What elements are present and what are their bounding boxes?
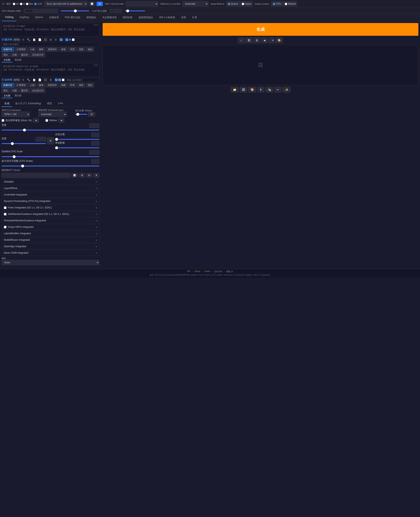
seed-down-btn[interactable]: ▼	[93, 173, 99, 177]
gpu-weights-input[interactable]	[24, 9, 58, 13]
addon-layerdiffuse[interactable]: LayerDiffuse ◄	[2, 185, 99, 191]
neg-tag-person[interactable]: 人物	[28, 83, 36, 88]
tab-wd-tagger[interactable]: WD 1.4 标签器	[156, 14, 178, 21]
sampler-select[interactable]: DPM++ 2M	[2, 112, 30, 117]
sub-tab-txt2img-neg[interactable]: 文生图	[2, 94, 12, 98]
model-select[interactable]: flux1-dev-bnb-nf4-v2.safetensors	[44, 1, 88, 7]
width-input[interactable]: 512	[89, 123, 99, 128]
vae-select[interactable]	[126, 1, 158, 7]
distilled-cfg-input[interactable]: 3.5	[89, 150, 99, 155]
cfg-scale-input[interactable]: 7	[91, 159, 99, 164]
action-paint[interactable]: 🎨	[275, 37, 283, 43]
footer-reload[interactable]: 重载 UI	[226, 270, 233, 273]
neg-tag-expression[interactable]: 表情动作	[46, 83, 59, 88]
addon-dynamicthresh[interactable]: DynamicThresholding (CFG-Fix) Integrated…	[2, 198, 99, 204]
img-tool-mask[interactable]: 🎭	[265, 87, 273, 93]
addon-kohya[interactable]: Kohya HRFix Integrated ◄	[2, 224, 99, 230]
batch-size-slider[interactable]	[55, 148, 99, 148]
tag-person[interactable]: 人物	[28, 47, 36, 52]
positive-tool-1[interactable]: ⚙	[21, 38, 25, 42]
neg-tag-ext-model[interactable]: 扩展模型	[15, 83, 28, 88]
tag-expression[interactable]: 表情动作	[46, 47, 59, 52]
positive-tool-6[interactable]: 🗑	[49, 38, 53, 42]
seed-extra-btn[interactable]: ⚙	[86, 173, 92, 177]
schedule-select[interactable]: Automatic	[38, 112, 67, 117]
hires-arrow[interactable]: ◄	[33, 118, 39, 123]
pos-check3[interactable]	[72, 38, 75, 41]
tag-collection[interactable]: 收藏列表	[2, 47, 14, 52]
swap-dimensions-btn[interactable]: ⇅	[47, 137, 54, 144]
positive-tool-2[interactable]: 🔧	[26, 38, 31, 42]
neg-tag-magic[interactable]: 魔法系	[19, 88, 30, 93]
neg-tag-environment[interactable]: 环境	[68, 83, 76, 88]
action-frame[interactable]: 🖼	[246, 37, 253, 43]
img-tool-folder[interactable]: 📁	[231, 87, 239, 93]
tag-clothing[interactable]: 服饰	[37, 47, 45, 52]
neg-check3[interactable]	[62, 79, 64, 81]
neg-tag-clothing[interactable]: 服饰	[37, 83, 45, 88]
diffusion-select[interactable]: Automatic	[182, 1, 209, 7]
tag-ext-model[interactable]: 扩展模型	[15, 47, 28, 52]
negative-tool-6[interactable]: 🗑	[49, 78, 53, 82]
hires-checkbox[interactable]	[2, 119, 4, 122]
clip-slider[interactable]	[125, 10, 145, 11]
action-back[interactable]: ◀	[261, 37, 268, 43]
addon-self-attn-checkbox[interactable]	[4, 213, 7, 215]
neg-tag-items[interactable]: 物品	[86, 83, 94, 88]
img-tool-up[interactable]: ⬆	[257, 87, 264, 93]
generate-button[interactable]: 生成	[103, 23, 418, 36]
positive-keyword-input[interactable]	[2, 42, 99, 46]
addon-latentmod[interactable]: LatentModifier Integrated ◄	[2, 231, 99, 236]
queue-radio[interactable]: Queue	[228, 2, 238, 5]
addon-multidiff[interactable]: MultiDiffusion Integrated ◄	[2, 237, 99, 243]
tab-spaces[interactable]: Spaces	[32, 14, 46, 21]
img-tool-magic[interactable]: ✨	[283, 87, 291, 93]
tag-magic[interactable]: 魔法系	[19, 52, 30, 57]
steps-input[interactable]	[88, 112, 95, 117]
gpu-weights-slider[interactable]	[61, 10, 89, 11]
sub-tab-img2img-neg[interactable]: 图生图	[13, 94, 23, 98]
addon-kohya-checkbox[interactable]	[4, 226, 7, 229]
seed-recycle-btn[interactable]: ♻	[79, 173, 85, 177]
positive-tool-5[interactable]: ⬛	[43, 38, 48, 42]
all-radio[interactable]: 全部	[34, 2, 42, 6]
seed-random-btn[interactable]: 🎲	[71, 173, 78, 177]
neg-check2[interactable]	[58, 79, 61, 81]
clip-input[interactable]	[110, 9, 122, 13]
cpu-radio[interactable]: CPU	[273, 2, 281, 5]
negative-tool-1[interactable]: ⚙	[21, 78, 25, 82]
positive-tool-4[interactable]: 📄	[37, 38, 42, 42]
negative-tool-4[interactable]: 📄	[37, 78, 42, 82]
tag-location[interactable]: 场景	[77, 47, 85, 52]
tab-model-convert[interactable]: 模型转换	[120, 14, 135, 21]
script-select[interactable]: None	[2, 260, 99, 265]
gen-tab-embedding[interactable]: 嵌入式 (T.I. Embedding)	[13, 101, 44, 107]
addon-controlnet[interactable]: ControlNet Integrated ◄	[2, 192, 99, 198]
positive-tool-7[interactable]: ⚙	[54, 38, 58, 42]
tag-scene[interactable]: 画面	[59, 47, 68, 52]
addon-freeu-checkbox[interactable]	[4, 207, 7, 209]
addon-adetailer[interactable]: ADetailer ◄	[2, 179, 99, 185]
footer-api[interactable]: API	[187, 270, 190, 273]
action-trash[interactable]: 🗑	[253, 37, 260, 43]
tab-extras[interactable]: 后期处理	[46, 14, 62, 21]
addon-neveroom[interactable]: Never OOM Integrated ◄	[2, 250, 99, 256]
pos-check2[interactable]: 🔵	[66, 38, 71, 41]
tab-image-browse[interactable]: 无边图像浏览	[99, 14, 120, 21]
tab-txt2img[interactable]: Txt2img	[2, 14, 16, 21]
tag-environment[interactable]: 环境	[68, 47, 76, 52]
neg-tag-location[interactable]: 场景	[77, 83, 85, 88]
tab-supermerge[interactable]: 超级模型融合	[136, 14, 156, 21]
img-tool-image[interactable]: 🖼	[240, 87, 247, 93]
async-radio[interactable]: Async	[242, 2, 252, 5]
gen-tab-lora[interactable]: Lora	[55, 101, 66, 107]
model-extra-btn[interactable]: ⚙	[97, 2, 103, 6]
footer-gradio[interactable]: Gradio	[204, 270, 210, 273]
gen-tab-generate[interactable]: 生成	[2, 101, 12, 107]
neg-tag-scene[interactable]: 画面	[59, 83, 68, 88]
tab-settings[interactable]: 设置	[178, 14, 189, 21]
steps-slider[interactable]	[75, 114, 87, 115]
gen-tab-model[interactable]: 模型	[44, 101, 55, 107]
action-check[interactable]: ✓	[238, 37, 245, 43]
addon-stylealign[interactable]: StyleAlign Integrated ◄	[2, 244, 99, 249]
